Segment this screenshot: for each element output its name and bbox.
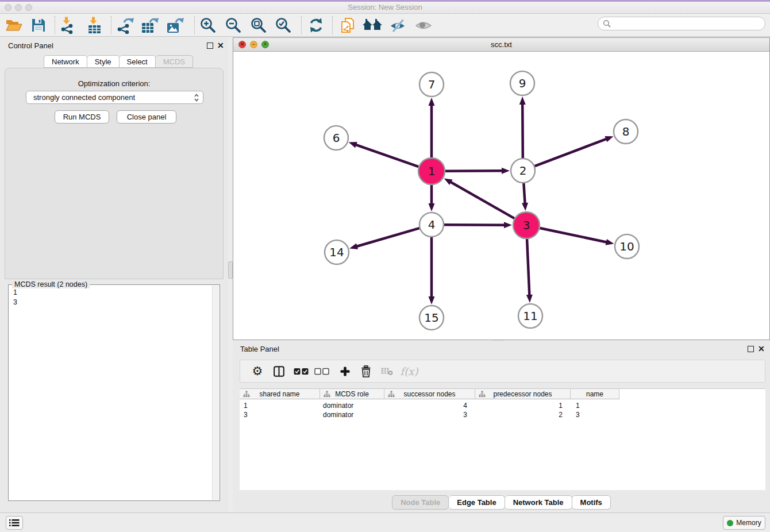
edge-3-to-10[interactable]	[540, 228, 607, 242]
column-header-shared-name[interactable]: shared name	[240, 389, 320, 399]
import-table-icon[interactable]	[83, 15, 106, 36]
table-row[interactable]: 1 dominator 4 1 1	[240, 401, 765, 410]
mcds-panel-card: Optimization criterion: strongly connect…	[5, 68, 224, 279]
graph-node-8[interactable]: 8	[614, 119, 638, 144]
column-header-successor-nodes[interactable]: successor nodes	[384, 389, 475, 399]
run-mcds-button[interactable]: Run MCDS	[55, 110, 109, 124]
graph-node-11[interactable]: 11	[518, 304, 542, 328]
show-columns-icon[interactable]	[268, 360, 289, 382]
search-input[interactable]	[614, 20, 760, 28]
node-label: 11	[523, 309, 537, 323]
vertical-splitter-handle[interactable]	[228, 261, 233, 279]
arrowhead-icon	[429, 98, 435, 106]
clone-network-icon[interactable]	[336, 15, 359, 36]
list-icon	[9, 519, 20, 527]
memory-label: Memory	[736, 519, 761, 527]
graph-node-3[interactable]: 3	[513, 212, 540, 238]
zoom-selected-icon[interactable]	[272, 15, 295, 36]
table-panel-float-button[interactable]	[748, 346, 754, 352]
memory-button[interactable]: Memory	[723, 516, 765, 530]
task-history-button[interactable]	[6, 516, 23, 530]
graph-node-1[interactable]: 1	[418, 158, 445, 184]
optimization-criterion-label: Optimization criterion:	[5, 79, 223, 88]
tab-mcds[interactable]: MCDS	[156, 55, 193, 68]
graph-node-10[interactable]: 10	[615, 234, 639, 259]
tab-network-table[interactable]: Network Table	[505, 495, 572, 510]
network-window-title: scc.txt	[233, 40, 769, 49]
function-builder-icon[interactable]: f(x)	[396, 360, 422, 382]
table-panel-close-button[interactable]: ✕	[758, 346, 765, 352]
edge-2-to-9[interactable]	[522, 103, 523, 158]
delete-table-icon[interactable]	[376, 360, 397, 382]
export-network-icon[interactable]	[114, 15, 137, 36]
result-scrollbar[interactable]	[212, 286, 219, 500]
graph-node-15[interactable]: 15	[419, 306, 444, 330]
edge-3-to-1[interactable]	[449, 182, 514, 218]
graph-node-6[interactable]: 6	[324, 126, 348, 150]
deselect-all-icon[interactable]	[311, 360, 332, 382]
tab-select[interactable]: Select	[120, 55, 156, 68]
column-header-mcds-role[interactable]: MCDS role	[320, 389, 384, 399]
export-table-icon[interactable]	[138, 15, 161, 36]
select-all-icon[interactable]	[291, 360, 311, 382]
toolbar-separator	[301, 16, 302, 34]
search-field[interactable]	[598, 17, 765, 30]
column-header-name[interactable]: name	[571, 389, 619, 399]
export-image-icon[interactable]	[164, 15, 187, 36]
edge-1-to-6[interactable]	[355, 144, 418, 167]
network-view-window: ✕ − + scc.txt 1234678910111415	[233, 37, 770, 340]
tab-node-table[interactable]: Node Table	[392, 495, 449, 510]
app-titlebar: Session: New Session	[0, 0, 770, 14]
graph-node-2[interactable]: 2	[511, 159, 535, 183]
first-neighbors-icon[interactable]	[361, 15, 384, 36]
open-session-icon[interactable]	[2, 15, 25, 36]
table-mode-gear-icon[interactable]: ⚙	[247, 360, 268, 382]
graph-node-7[interactable]: 7	[419, 72, 444, 97]
arrowhead-icon	[606, 239, 614, 245]
import-network-icon[interactable]	[56, 15, 79, 36]
tab-motifs[interactable]: Motifs	[572, 495, 611, 510]
tab-edge-table[interactable]: Edge Table	[449, 495, 505, 510]
tab-network[interactable]: Network	[44, 55, 87, 68]
edge-4-to-3[interactable]	[444, 225, 506, 225]
arrowhead-icon	[349, 142, 357, 148]
network-graph[interactable]: 1234678910111415	[233, 52, 769, 340]
edge-4-to-14[interactable]	[356, 228, 419, 246]
node-label: 3	[523, 218, 530, 232]
column-header-predecessor-nodes[interactable]: predecessor nodes	[475, 389, 571, 399]
arrowhead-icon	[349, 243, 358, 249]
cell-predecessor-nodes: 2	[475, 411, 571, 419]
delete-columns-trash-icon[interactable]	[356, 360, 376, 382]
node-label: 2	[519, 164, 527, 178]
zoom-out-icon[interactable]	[222, 15, 245, 36]
cell-shared-name: 3	[240, 411, 320, 419]
cell-name: 1	[571, 402, 619, 410]
save-session-icon[interactable]	[27, 15, 50, 36]
toolbar-separator	[332, 16, 333, 34]
node-table: shared name MCDS role successor nodes pr…	[240, 388, 765, 490]
graph-node-9[interactable]: 9	[510, 71, 534, 95]
create-column-plus-icon[interactable]	[334, 360, 355, 382]
edge-1-to-2[interactable]	[445, 171, 503, 171]
graph-node-14[interactable]: 14	[325, 240, 349, 264]
edge-2-to-3[interactable]	[523, 183, 525, 205]
refresh-view-icon[interactable]	[305, 15, 328, 36]
column-label: shared name	[259, 390, 299, 398]
arrowhead-icon	[522, 203, 528, 211]
tab-style[interactable]: Style	[87, 55, 120, 68]
show-all-eye-icon[interactable]	[412, 15, 435, 36]
hierarchy-icon	[479, 391, 486, 399]
control-panel-float-button[interactable]	[207, 43, 213, 49]
hide-selected-eye-slash-icon[interactable]	[386, 15, 409, 36]
edge-3-to-11[interactable]	[527, 239, 529, 296]
criterion-select[interactable]: strongly connected component	[26, 91, 203, 104]
close-panel-button[interactable]: Close panel	[117, 110, 176, 124]
zoom-in-icon[interactable]	[197, 15, 220, 36]
graph-node-4[interactable]: 4	[419, 213, 444, 237]
table-row[interactable]: 3 dominator 3 2 3	[240, 410, 765, 419]
zoom-fit-icon[interactable]	[247, 15, 270, 36]
node-label: 6	[333, 131, 340, 145]
node-label: 10	[619, 240, 634, 253]
control-panel-close-button[interactable]: ✕	[217, 43, 224, 49]
edge-2-to-8[interactable]	[535, 138, 608, 166]
